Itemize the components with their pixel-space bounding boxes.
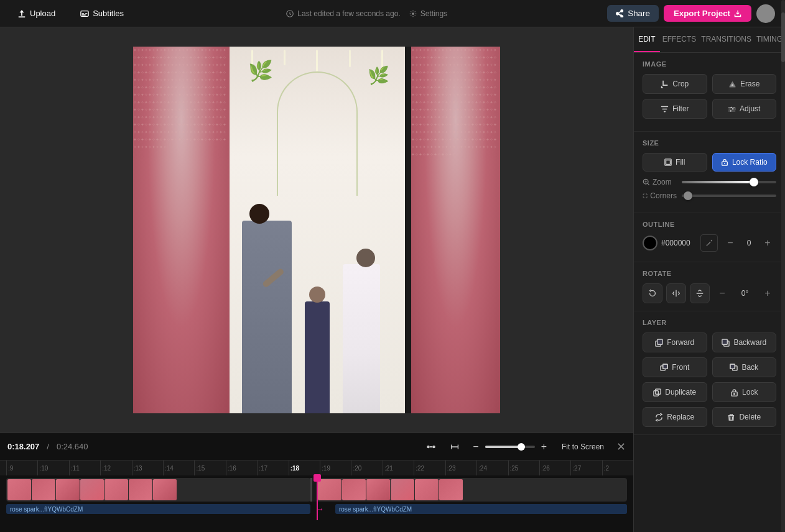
side-panel: EDIT EFFECTS TRANSITIONS TIMING IMAGE Cr… [633,27,785,532]
forward-icon [655,339,663,347]
eyedropper-button[interactable] [700,234,718,252]
tab-transitions[interactable]: TRANSITIONS [699,27,754,52]
crop-icon [661,80,669,88]
delete-icon [727,413,735,421]
svg-rect-26 [663,364,667,368]
lock-ratio-button[interactable]: Lock Ratio [712,153,777,172]
tracks-container: rose spark...fIYQWbCdZM → rose spark...f… [0,475,633,520]
timeline-area: 0:18.207 / 0:24.640 − [0,433,633,532]
front-icon [660,364,668,372]
share-label: Share [628,9,650,18]
tab-effects[interactable]: EFFECTS [660,27,699,52]
ruler-marks-container: :9 :10 :11 :12 :13 :14 :15 :16 :17 :18 :… [0,461,633,475]
zoom-slider-label: Zoom [643,178,677,186]
flip-v-button[interactable] [690,283,710,303]
flip-h-button[interactable] [666,283,686,303]
lock-label: Lock [742,388,758,397]
svg-rect-29 [730,364,735,368]
erase-button[interactable]: Erase [712,74,777,94]
crop-button[interactable]: Crop [643,74,707,94]
filter-button[interactable]: Filter [643,99,707,119]
duplicate-button[interactable]: Duplicate [643,382,707,402]
svg-point-12 [731,106,732,108]
video-clip-b[interactable] [317,478,627,502]
topbar: Upload Subtitles Last edited a few secon… [0,0,785,27]
video-clip-a[interactable] [6,478,310,502]
zoom-slider[interactable] [485,446,535,448]
svg-point-34 [734,393,735,394]
front-label: Front [672,363,689,372]
share-icon [616,9,624,17]
ruler-mark: :16 [226,461,257,475]
zoom-in-button[interactable]: + [539,439,549,455]
video-track [6,478,627,502]
outline-minus-button[interactable]: − [722,234,739,252]
zoom-panel-slider[interactable] [682,181,776,183]
lock-button[interactable]: Lock [712,382,777,402]
backward-label: Backward [733,338,766,347]
rotate-minus-button[interactable]: − [713,285,731,302]
ruler-mark: :9 [6,461,37,475]
rotate-section-title: ROTATE [643,270,776,277]
rotate-plus-button[interactable]: + [759,285,776,302]
settings-button[interactable]: Settings [404,8,452,19]
corners-slider-row: Corners [643,191,776,200]
fit-to-screen-button[interactable]: Fit to Screen [557,440,609,454]
timecode-total: 0:24.640 [57,442,88,451]
back-button[interactable]: Back [712,357,777,377]
status-text: Last edited a few seconds ago. [297,9,400,18]
forward-button[interactable]: Forward [643,332,707,352]
corners-icon [643,192,648,200]
zoom-thumb[interactable] [518,443,525,451]
ruler-mark: :21 [383,461,414,475]
fill-button[interactable]: Fill [643,153,707,172]
zoom-slider-row: Zoom [643,178,776,186]
tab-edit[interactable]: EDIT [634,27,660,52]
fill-label: Fill [676,158,685,167]
subtitles-button[interactable]: Subtitles [73,5,131,22]
zoom-panel-thumb[interactable] [750,178,758,186]
erase-label: Erase [740,80,759,88]
ruler-mark: :27 [570,461,602,475]
backward-button[interactable]: Backward [712,332,777,352]
tab-timing[interactable]: TIMING [754,27,785,52]
audio-track-a[interactable]: rose spark...fIYQWbCdZM [6,504,310,514]
adjust-button[interactable]: Adjust [712,99,777,119]
svg-rect-1 [82,13,85,14]
upload-button[interactable]: Upload [10,5,63,22]
track-continue-marker: → [310,504,329,514]
flip-h-icon [672,289,680,298]
ruler-mark: :23 [445,461,476,475]
zoom-out-button[interactable]: − [470,439,481,455]
settings-label: Settings [420,9,447,18]
replace-button[interactable]: Replace [643,407,707,427]
corners-panel-slider[interactable] [682,195,776,197]
front-button[interactable]: Front [643,357,707,377]
zoom-fill [682,181,753,183]
split-button[interactable] [423,439,439,455]
svg-rect-9 [661,106,668,107]
svg-rect-16 [666,160,671,165]
export-button[interactable]: Export Project [664,5,751,22]
close-timeline-button[interactable]: ✕ [616,440,626,454]
outline-color-swatch[interactable] [643,236,657,250]
rotate-ccw-button[interactable] [643,283,662,303]
corners-panel-thumb[interactable] [684,191,692,200]
filter-icon [661,105,669,113]
audio-track-b[interactable]: rose spark...fIYQWbCdZM [335,504,627,514]
scroll-thumb[interactable] [781,27,785,62]
share-button[interactable]: Share [607,5,659,22]
scroll-indicator[interactable] [781,27,785,532]
adjust-label: Adjust [740,104,760,113]
delete-button[interactable]: Delete [712,407,777,427]
outline-section-title: OUTLINE [643,221,776,228]
svg-point-13 [732,108,733,109]
outline-plus-button[interactable]: + [759,234,776,252]
size-section-title: SIZE [643,139,776,147]
canvas-wedding-photo: 🌿 🌿 [230,47,405,413]
image-section: IMAGE Crop Erase Filter Adjust [634,53,785,132]
avatar[interactable] [756,4,775,23]
merge-icon [449,441,460,452]
merge-button[interactable] [447,439,463,455]
subtitles-label: Subtitles [93,9,124,18]
